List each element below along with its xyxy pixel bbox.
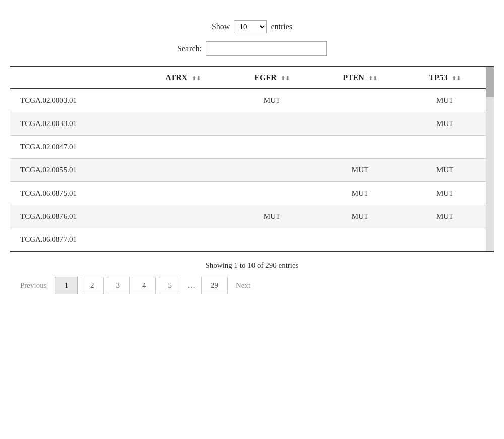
page-button-29[interactable]: 29: [201, 277, 228, 294]
cell-value: MUT: [404, 159, 486, 182]
scrollbar-track[interactable]: [486, 67, 494, 251]
table-wrapper: ATRX ⬆⬇ EGFR ⬆⬇ PTEN ⬆⬇ TP53 ⬆⬇: [10, 66, 494, 252]
cell-value: [139, 205, 227, 228]
cell-value: MUT: [317, 159, 404, 182]
cell-value: MUT: [404, 205, 486, 228]
col-header-pten[interactable]: PTEN ⬆⬇: [317, 67, 404, 89]
next-button[interactable]: Next: [231, 277, 256, 294]
col-header-sample: [10, 67, 139, 89]
cell-value: MUT: [317, 205, 404, 228]
cell-value: MUT: [404, 112, 486, 136]
data-table: ATRX ⬆⬇ EGFR ⬆⬇ PTEN ⬆⬇ TP53 ⬆⬇: [10, 67, 486, 251]
cell-value: [139, 182, 227, 205]
page-button-5[interactable]: 5: [159, 277, 182, 294]
table-header-row: ATRX ⬆⬇ EGFR ⬆⬇ PTEN ⬆⬇ TP53 ⬆⬇: [10, 67, 486, 89]
col-header-egfr[interactable]: EGFR ⬆⬇: [227, 67, 317, 89]
cell-sample: TCGA.06.0876.01: [10, 205, 139, 228]
cell-value: [317, 89, 404, 112]
table-row: TCGA.02.0003.01MUTMUT: [10, 89, 486, 112]
page-button-3[interactable]: 3: [107, 277, 130, 294]
pagination: Previous 12345…29 Next: [10, 277, 494, 294]
cell-value: [317, 136, 404, 159]
sort-icon-tp53: ⬆⬇: [452, 75, 461, 82]
cell-value: [404, 136, 486, 159]
cell-sample: TCGA.02.0033.01: [10, 112, 139, 136]
showing-text: Showing 1 to 10 of 290 entries: [206, 261, 299, 269]
cell-value: [227, 182, 317, 205]
sort-icon-pten: ⬆⬇: [368, 75, 377, 82]
table-row: TCGA.02.0047.01: [10, 136, 486, 159]
cell-value: [404, 228, 486, 252]
search-input[interactable]: [206, 41, 327, 56]
prev-button[interactable]: Previous: [15, 277, 52, 294]
search-label: Search:: [177, 44, 202, 53]
cell-value: [139, 136, 227, 159]
table-row: TCGA.06.0875.01MUTMUT: [10, 182, 486, 205]
col-header-atrx[interactable]: ATRX ⬆⬇: [139, 67, 227, 89]
table-row: TCGA.02.0033.01MUT: [10, 112, 486, 136]
entries-select[interactable]: 102550100: [234, 20, 267, 33]
cell-value: [317, 228, 404, 252]
cell-sample: TCGA.02.0003.01: [10, 89, 139, 112]
cell-value: [139, 159, 227, 182]
table-body: TCGA.02.0003.01MUTMUTTCGA.02.0033.01MUTT…: [10, 89, 486, 251]
page-buttons: 12345…29: [55, 277, 228, 294]
cell-sample: TCGA.02.0055.01: [10, 159, 139, 182]
sort-icon-atrx: ⬆⬇: [192, 75, 201, 82]
page-ellipsis: …: [184, 277, 198, 294]
entries-label: entries: [271, 22, 292, 31]
page-button-2[interactable]: 2: [81, 277, 104, 294]
cell-value: [227, 136, 317, 159]
cell-sample: TCGA.06.0877.01: [10, 228, 139, 252]
cell-sample: TCGA.06.0875.01: [10, 182, 139, 205]
cell-value: MUT: [317, 182, 404, 205]
table-row: TCGA.06.0876.01MUTMUTMUT: [10, 205, 486, 228]
cell-value: MUT: [404, 89, 486, 112]
cell-value: MUT: [404, 182, 486, 205]
pagination-info: Showing 1 to 10 of 290 entries: [10, 261, 494, 270]
cell-sample: TCGA.02.0047.01: [10, 136, 139, 159]
page-button-4[interactable]: 4: [133, 277, 156, 294]
cell-value: [139, 112, 227, 136]
main-container: Show 102550100 entries Search: ATRX ⬆⬇ E: [10, 10, 494, 304]
table-row: TCGA.02.0055.01MUTMUT: [10, 159, 486, 182]
cell-value: [227, 159, 317, 182]
sort-icon-egfr: ⬆⬇: [281, 75, 290, 82]
table-row: TCGA.06.0877.01: [10, 228, 486, 252]
cell-value: MUT: [227, 205, 317, 228]
show-label: Show: [212, 22, 230, 31]
cell-value: MUT: [227, 89, 317, 112]
cell-value: [227, 112, 317, 136]
cell-value: [139, 89, 227, 112]
cell-value: [227, 228, 317, 252]
page-button-1[interactable]: 1: [55, 277, 78, 294]
cell-value: [317, 112, 404, 136]
cell-value: [139, 228, 227, 252]
scrollbar-thumb[interactable]: [486, 67, 494, 97]
entries-control: Show 102550100 entries: [10, 20, 494, 33]
col-header-tp53[interactable]: TP53 ⬆⬇: [404, 67, 486, 89]
search-row: Search:: [10, 41, 494, 56]
